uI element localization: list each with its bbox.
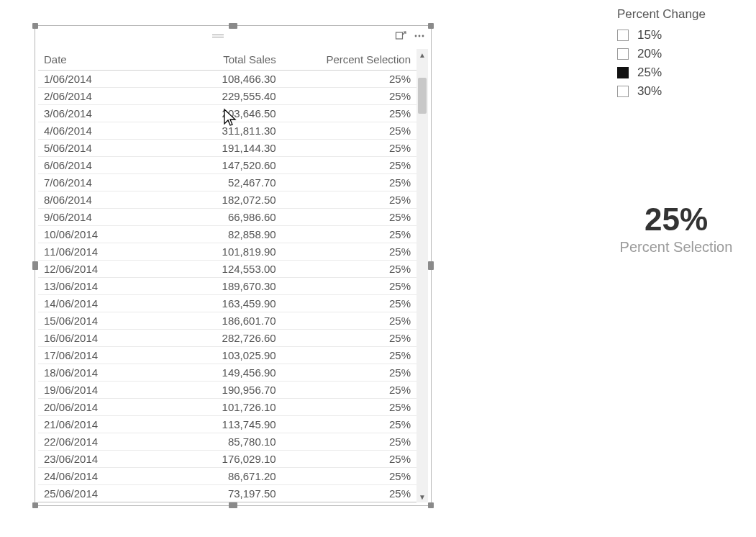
- table-row[interactable]: 21/06/2014113,745.9025%: [38, 416, 416, 433]
- cell-pct: 25%: [282, 174, 416, 191]
- cell-pct: 25%: [282, 105, 416, 122]
- cell-date: 1/06/2014: [38, 71, 147, 88]
- table-scroll[interactable]: Date Total Sales Percent Selection 1/06/…: [38, 49, 416, 502]
- percent-change-slicer[interactable]: Percent Change 15%20%25%30%: [617, 7, 739, 101]
- resize-handle[interactable]: [428, 261, 434, 270]
- cell-date: 8/06/2014: [38, 191, 147, 209]
- cell-pct: 25%: [282, 485, 416, 503]
- resize-handle[interactable]: [428, 502, 434, 508]
- cell-date: 10/06/2014: [38, 226, 147, 243]
- cell-sales: 113,745.90: [147, 416, 281, 433]
- scrollbar[interactable]: ▲ ▼: [416, 49, 428, 502]
- cell-pct: 25%: [282, 157, 416, 174]
- table-row[interactable]: 1/06/2014108,466.3025%: [38, 71, 416, 88]
- cell-date: 13/06/2014: [38, 278, 147, 295]
- slicer-option-label: 30%: [637, 84, 662, 99]
- scroll-up-arrow-icon[interactable]: ▲: [416, 49, 428, 60]
- cell-sales: 108,466.30: [147, 71, 281, 88]
- cell-pct: 25%: [282, 243, 416, 261]
- slicer-option[interactable]: 20%: [617, 45, 739, 63]
- table-row[interactable]: 19/06/2014190,956.7025%: [38, 382, 416, 399]
- table-row[interactable]: 5/06/2014191,144.3025%: [38, 140, 416, 157]
- svg-point-2: [419, 35, 421, 37]
- checkbox-icon[interactable]: [617, 86, 629, 97]
- svg-point-3: [422, 35, 424, 37]
- percent-selection-card[interactable]: 25% Percent Selection: [597, 202, 755, 256]
- table-row[interactable]: 3/06/2014203,646.5025%: [38, 105, 416, 122]
- col-header-sales[interactable]: Total Sales: [147, 49, 281, 71]
- table-visual[interactable]: Date Total Sales Percent Selection 1/06/…: [35, 25, 432, 506]
- scroll-down-arrow-icon[interactable]: ▼: [416, 491, 428, 502]
- drag-grip-icon[interactable]: [41, 35, 395, 37]
- cell-date: 22/06/2014: [38, 433, 147, 451]
- cell-pct: 25%: [282, 295, 416, 312]
- resize-handle[interactable]: [32, 261, 38, 270]
- cell-date: 7/06/2014: [38, 174, 147, 191]
- table-row[interactable]: 24/06/201486,671.2025%: [38, 468, 416, 485]
- cell-sales: 85,780.10: [147, 433, 281, 451]
- table-row[interactable]: 9/06/201466,986.6025%: [38, 209, 416, 226]
- table-row[interactable]: 7/06/201452,467.7025%: [38, 174, 416, 191]
- table-row[interactable]: 20/06/2014101,726.1025%: [38, 399, 416, 416]
- cell-pct: 25%: [282, 122, 416, 140]
- cell-sales: 282,726.60: [147, 330, 281, 347]
- table-row[interactable]: 14/06/2014163,459.9025%: [38, 295, 416, 312]
- cell-pct: 25%: [282, 226, 416, 243]
- cell-sales: 66,986.60: [147, 209, 281, 226]
- slicer-option[interactable]: 15%: [617, 26, 739, 45]
- cell-sales: 86,671.20: [147, 468, 281, 485]
- table-row[interactable]: 13/06/2014189,670.3025%: [38, 278, 416, 295]
- more-options-icon[interactable]: [414, 30, 425, 42]
- scroll-thumb[interactable]: [418, 78, 427, 114]
- table-row[interactable]: 12/06/2014124,553.0025%: [38, 261, 416, 278]
- resize-handle[interactable]: [428, 23, 434, 29]
- slicer-option[interactable]: 30%: [617, 82, 739, 101]
- table-row[interactable]: 11/06/2014101,819.9025%: [38, 243, 416, 261]
- cell-pct: 25%: [282, 209, 416, 226]
- cell-sales: 73,197.50: [147, 485, 281, 503]
- table-row[interactable]: 25/06/201473,197.5025%: [38, 485, 416, 503]
- cell-sales: 190,956.70: [147, 382, 281, 399]
- resize-handle[interactable]: [229, 23, 237, 29]
- table-row[interactable]: 22/06/201485,780.1025%: [38, 433, 416, 451]
- cell-sales: 203,646.50: [147, 105, 281, 122]
- card-label: Percent Selection: [597, 239, 755, 256]
- cell-pct: 25%: [282, 191, 416, 209]
- col-header-pct[interactable]: Percent Selection: [282, 49, 416, 71]
- slicer-title: Percent Change: [617, 7, 739, 22]
- checkbox-icon[interactable]: [617, 30, 629, 41]
- table-row[interactable]: 2/06/2014229,555.4025%: [38, 88, 416, 105]
- cell-sales: 182,072.50: [147, 191, 281, 209]
- table-row[interactable]: 17/06/2014103,025.9025%: [38, 347, 416, 364]
- cell-sales: 176,029.10: [147, 451, 281, 468]
- cell-pct: 25%: [282, 433, 416, 451]
- cell-pct: 25%: [282, 382, 416, 399]
- slicer-option-label: 20%: [637, 47, 662, 61]
- cell-date: 24/06/2014: [38, 468, 147, 485]
- resize-handle[interactable]: [229, 502, 237, 508]
- cell-sales: 101,819.90: [147, 243, 281, 261]
- table-row[interactable]: 23/06/2014176,029.1025%: [38, 451, 416, 468]
- cell-sales: 124,553.00: [147, 261, 281, 278]
- cell-pct: 25%: [282, 261, 416, 278]
- cell-date: 18/06/2014: [38, 364, 147, 382]
- table-row[interactable]: 18/06/2014149,456.9025%: [38, 364, 416, 382]
- table-row[interactable]: 16/06/2014282,726.6025%: [38, 330, 416, 347]
- focus-mode-icon[interactable]: [395, 30, 406, 42]
- table-row[interactable]: 8/06/2014182,072.5025%: [38, 191, 416, 209]
- checkbox-icon[interactable]: [617, 48, 629, 60]
- cell-pct: 25%: [282, 330, 416, 347]
- cell-pct: 25%: [282, 347, 416, 364]
- checkbox-icon[interactable]: [617, 67, 629, 78]
- resize-handle[interactable]: [32, 502, 38, 508]
- col-header-date[interactable]: Date: [38, 49, 147, 71]
- cell-date: 6/06/2014: [38, 157, 147, 174]
- table-row[interactable]: 15/06/2014186,601.7025%: [38, 312, 416, 330]
- resize-handle[interactable]: [32, 23, 38, 29]
- table-row[interactable]: 4/06/2014311,811.3025%: [38, 122, 416, 140]
- cell-sales: 103,025.90: [147, 347, 281, 364]
- slicer-option[interactable]: 25%: [617, 63, 739, 82]
- cell-sales: 163,459.90: [147, 295, 281, 312]
- table-row[interactable]: 6/06/2014147,520.6025%: [38, 157, 416, 174]
- table-row[interactable]: 10/06/201482,858.9025%: [38, 226, 416, 243]
